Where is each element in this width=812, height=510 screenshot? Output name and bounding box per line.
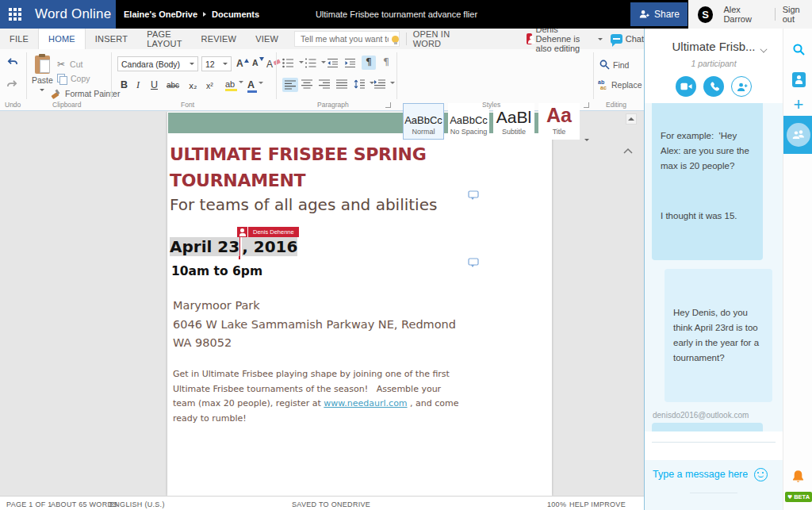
tell-me-box[interactable] [294, 31, 400, 47]
bullets-button[interactable] [282, 58, 304, 68]
skype-icon[interactable]: S [698, 6, 713, 23]
scrollbar-up-button[interactable] [626, 113, 637, 125]
increase-indent-icon [344, 58, 356, 68]
emoticon-picker-icon[interactable] [754, 468, 768, 481]
line-spacing-icon [354, 79, 365, 89]
flier-date-line: April 23, 2016 [170, 237, 297, 256]
paste-button[interactable]: Paste [32, 56, 53, 94]
video-call-button[interactable] [676, 76, 696, 97]
status-word-count[interactable]: ABOUT 65 WORDS [51, 500, 118, 508]
document-canvas[interactable]: ULTIMATE FRISBEE SPRING TOURNAMENT For t… [0, 112, 644, 496]
notifications-bell-icon[interactable] [791, 470, 805, 484]
font-size-select[interactable]: 12 [201, 56, 232, 71]
share-button[interactable]: Share [630, 2, 688, 26]
breadcrumb-root[interactable]: Elaine's OneDrive [124, 10, 197, 19]
tab-page-layout[interactable]: PAGE LAYOUT [137, 29, 191, 49]
superscript-button[interactable]: x² [206, 81, 213, 90]
tab-insert[interactable]: INSERT [86, 29, 137, 49]
grow-font-glyph: A [236, 58, 243, 69]
new-conversation-button[interactable]: + [783, 97, 812, 113]
registration-link[interactable]: www.needaurl.com [324, 398, 407, 408]
copy-button[interactable]: Copy [57, 74, 90, 83]
style-title[interactable]: Aa Title [538, 103, 580, 140]
replace-button[interactable]: ab ac Replace [598, 79, 642, 90]
numbering-caret [321, 61, 326, 66]
edit-message-pencil-icon[interactable]: ✎ [749, 429, 756, 431]
chat-message-list[interactable]: For example: 'Hey Alex: are you sure the… [645, 103, 783, 431]
status-zoom-level[interactable]: 100% [547, 500, 566, 508]
flier-subtitle: For teams of all ages and abilities [170, 195, 437, 214]
format-painter-button[interactable]: Format Painter [51, 89, 120, 98]
line-spacing-button[interactable] [354, 79, 374, 89]
styles-gallery-caret[interactable] [584, 139, 589, 144]
format-painter-label: Format Painter [65, 89, 120, 98]
style-normal-label: Normal [412, 128, 435, 136]
style-normal[interactable]: AaBbCc Normal [403, 103, 444, 140]
comment-bubble-icon[interactable] [468, 258, 480, 269]
status-page-count[interactable]: PAGE 1 OF 1 [6, 500, 52, 508]
coauthor-status[interactable]: Denis Dehenne is also editing [527, 29, 603, 49]
justify-icon [336, 79, 347, 89]
status-language[interactable]: ENGLISH (U.S.) [109, 500, 165, 508]
font-name-select[interactable]: Candara (Body) [117, 56, 198, 71]
cut-label: Cut [70, 59, 82, 69]
increase-indent-button[interactable] [344, 58, 356, 68]
find-button[interactable]: Find [599, 59, 629, 70]
search-button[interactable] [783, 43, 812, 56]
menu-divider [406, 33, 407, 45]
underline-button[interactable]: U [151, 79, 158, 90]
strikethrough-button[interactable]: abc [167, 81, 179, 90]
open-in-word-button[interactable]: OPEN IN WORD [413, 29, 450, 49]
status-bar: PAGE 1 OF 1 ABOUT 65 WORDS ENGLISH (U.S.… [0, 496, 644, 510]
undo-button[interactable] [6, 57, 18, 68]
font-color-button[interactable]: A [247, 79, 263, 90]
styles-dialog-launcher[interactable] [584, 102, 589, 108]
sign-out-link[interactable]: Sign out [783, 5, 812, 24]
numbering-button[interactable] [304, 58, 326, 68]
chat-message: That was the only day we could secure th… [652, 423, 763, 431]
special-indent-button[interactable] [374, 79, 395, 89]
conversations-button-active[interactable] [783, 116, 812, 154]
grow-font-button[interactable]: A [236, 58, 249, 69]
tell-me-input[interactable] [295, 34, 389, 44]
shrink-font-button[interactable]: A [252, 58, 264, 67]
tab-file[interactable]: FILE [0, 29, 38, 49]
user-name[interactable]: Alex Darrow [723, 5, 767, 24]
tab-review[interactable]: REVIEW [192, 29, 247, 49]
align-center-button[interactable] [301, 79, 312, 89]
align-left-button[interactable] [282, 78, 298, 92]
app-launcher-icon[interactable] [9, 8, 22, 21]
chat-message-input[interactable] [653, 469, 748, 480]
voice-call-button[interactable] [703, 76, 724, 97]
message-paragraph: Hey Denis, do you think April 23rd is to… [673, 305, 764, 366]
paragraph-dialog-launcher[interactable] [385, 102, 391, 108]
account-area: S Alex Darrow Sign out [688, 0, 812, 29]
bold-button[interactable]: B [121, 79, 128, 90]
decrease-indent-button[interactable] [327, 58, 339, 68]
svg-text:ac: ac [600, 85, 607, 90]
italic-button[interactable]: I [136, 79, 140, 91]
cut-button[interactable]: ✂ Cut [57, 59, 82, 70]
clear-formatting-glyph: A [266, 59, 273, 70]
highlight-color-button[interactable]: ab [225, 79, 243, 89]
contacts-button[interactable] [783, 72, 812, 87]
clear-formatting-button[interactable]: A [266, 58, 281, 70]
add-participant-button[interactable] [731, 76, 752, 97]
show-paragraph-marks-button[interactable]: ¶ [362, 56, 376, 70]
redo-button[interactable] [6, 79, 18, 90]
tab-home[interactable]: HOME [38, 29, 86, 49]
phone-icon [709, 82, 719, 92]
document-page[interactable]: ULTIMATE FRISBEE SPRING TOURNAMENT For t… [167, 112, 552, 496]
coauthor-flag[interactable]: Denis Dehenne [237, 227, 299, 237]
status-help-improve[interactable]: HELP IMPROVE OFFICE [569, 500, 644, 510]
subscript-button[interactable]: x₂ [189, 81, 197, 90]
comment-bubble-icon[interactable] [468, 190, 480, 201]
chat-toggle-button[interactable]: Chat [611, 29, 644, 49]
justify-button[interactable] [336, 79, 347, 89]
venue-line-3: WA 98052 [173, 334, 456, 353]
tab-view[interactable]: VIEW [246, 29, 288, 49]
paragraph-direction-button[interactable]: ¶ [379, 56, 393, 70]
group-label-paragraph: Paragraph [317, 101, 349, 109]
align-right-button[interactable] [319, 79, 330, 89]
collapse-ribbon-chevron-icon[interactable] [623, 148, 633, 154]
